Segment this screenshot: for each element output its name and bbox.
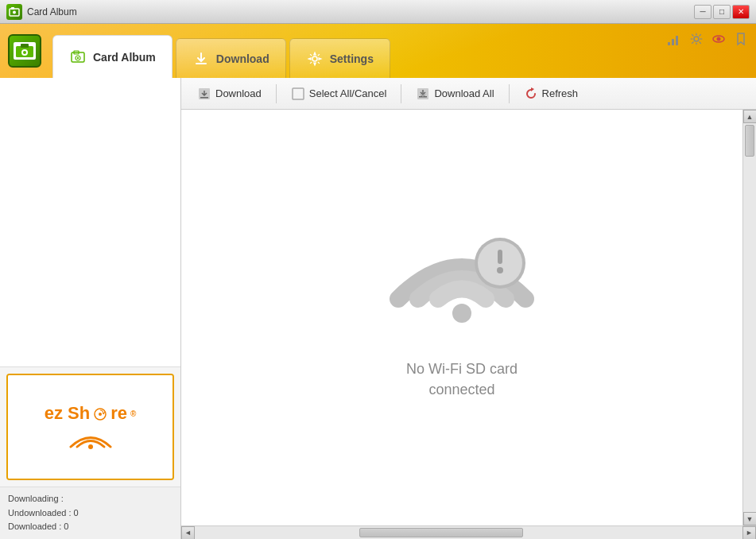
- svg-point-30: [497, 267, 503, 273]
- sidebar: ez Sh re ®: [0, 78, 181, 539]
- download-all-button-label: Download All: [434, 87, 494, 99]
- download-all-button[interactable]: Download All: [408, 83, 502, 104]
- svg-point-20: [88, 444, 93, 449]
- refresh-button[interactable]: Refresh: [516, 83, 587, 104]
- svg-point-12: [23, 51, 26, 54]
- minimize-button[interactable]: ─: [694, 5, 711, 19]
- tab-card-album[interactable]: Card Album: [52, 35, 173, 78]
- refresh-button-label: Refresh: [542, 87, 579, 99]
- card-album-icon: [69, 48, 87, 66]
- toolbar: Download Select All/Cancel: [181, 78, 756, 110]
- svg-point-26: [452, 304, 471, 323]
- card-wifi-indicator: [67, 427, 114, 451]
- download-icon: [192, 50, 210, 68]
- sep3: [509, 84, 510, 103]
- content-wrapper: Download Select All/Cancel: [181, 78, 756, 539]
- tabs: Card Album Download Settings: [49, 24, 756, 78]
- no-wifi-line1: No Wi-Fi SD card: [406, 359, 518, 379]
- titlebar-left: Card Album: [6, 4, 77, 20]
- svg-point-16: [77, 56, 79, 58]
- sidebar-top: [0, 78, 180, 367]
- scroll-left-button[interactable]: ◄: [181, 526, 195, 540]
- download-all-icon: [416, 87, 430, 101]
- scrollbar-bottom: ◄ ►: [181, 525, 756, 539]
- svg-point-18: [312, 56, 317, 61]
- downloaded-status: Downloaded : 0: [8, 520, 173, 534]
- select-all-button[interactable]: Select All/Cancel: [283, 83, 395, 104]
- svg-rect-1: [11, 7, 14, 10]
- maximize-button[interactable]: □: [713, 5, 731, 19]
- svg-rect-29: [498, 250, 502, 264]
- scroll-track-right: [743, 123, 756, 512]
- content-area: No Wi-Fi SD card connected ▲ ▼: [181, 110, 756, 525]
- svg-point-2: [13, 10, 16, 14]
- ez-share-text: ez Sh: [45, 403, 90, 424]
- scroll-track-bottom: [195, 526, 742, 539]
- scroll-right-button[interactable]: ►: [742, 526, 756, 540]
- svg-rect-22: [200, 97, 208, 99]
- sidebar-card[interactable]: ez Sh re ®: [6, 374, 174, 480]
- titlebar-controls: ─ □ ✕: [694, 5, 750, 19]
- sep2: [401, 84, 401, 103]
- tab-settings-label: Settings: [330, 52, 374, 65]
- sidebar-status: Downloading : Undownloaded : 0 Downloade…: [0, 487, 180, 539]
- svg-rect-17: [196, 63, 207, 64]
- refresh-icon: [524, 87, 538, 101]
- ez-share-at: [93, 403, 107, 424]
- titlebar-title: Card Album: [27, 6, 77, 17]
- app-icon: [8, 34, 41, 68]
- app-icon-area: [0, 24, 49, 78]
- wifi-error-icon: [382, 219, 541, 347]
- undownloaded-status: Undownloaded : 0: [8, 506, 173, 521]
- scroll-down-button[interactable]: ▼: [743, 512, 757, 525]
- svg-rect-23: [293, 88, 304, 99]
- app-icon-small: [6, 4, 22, 20]
- sidebar-card-inner: ez Sh re ®: [8, 375, 173, 479]
- ez-share-re: re: [110, 403, 127, 424]
- main-content: No Wi-Fi SD card connected: [181, 110, 742, 525]
- ez-share-logo: ez Sh re ®: [45, 403, 137, 424]
- tab-download[interactable]: Download: [176, 38, 286, 78]
- sep1: [276, 84, 277, 103]
- main: ez Sh re ®: [0, 78, 756, 539]
- scrollbar-right: ▲ ▼: [742, 110, 756, 525]
- settings-icon: [306, 50, 324, 68]
- close-button[interactable]: ✕: [732, 5, 750, 19]
- app-icon-inner: [14, 42, 36, 60]
- scroll-thumb-bottom[interactable]: [359, 528, 524, 537]
- titlebar: Card Album ─ □ ✕: [0, 0, 756, 24]
- scroll-up-button[interactable]: ▲: [743, 110, 757, 123]
- scroll-thumb-right[interactable]: [745, 125, 754, 157]
- download-button-label: Download: [215, 87, 262, 99]
- no-wifi-message: No Wi-Fi SD card connected: [406, 359, 518, 399]
- no-wifi-line2: connected: [406, 380, 518, 400]
- tab-settings[interactable]: Settings: [289, 38, 390, 78]
- select-all-button-label: Select All/Cancel: [309, 87, 387, 99]
- no-wifi-container: No Wi-Fi SD card connected: [382, 219, 541, 399]
- tab-download-label: Download: [216, 52, 269, 65]
- downloading-status: Downloading :: [8, 492, 173, 506]
- header: Card Album Download Settings: [0, 24, 756, 78]
- svg-rect-10: [21, 44, 29, 48]
- ez-share-registered: ®: [130, 409, 136, 418]
- select-all-icon: [291, 87, 305, 101]
- toolbar-download-icon: [197, 87, 211, 101]
- tab-card-album-label: Card Album: [93, 51, 156, 64]
- download-button[interactable]: Download: [189, 83, 269, 104]
